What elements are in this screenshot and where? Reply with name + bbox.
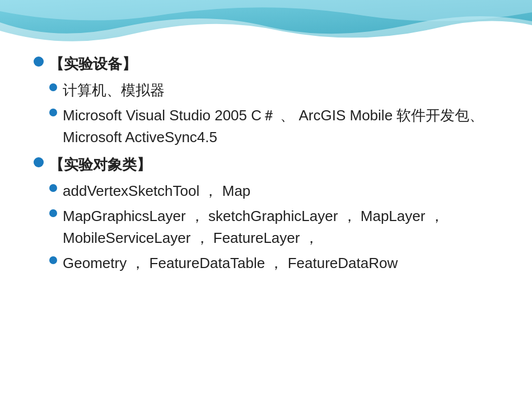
bullet-dot-1 <box>34 57 44 67</box>
section1-item-1: 计算机、模拟器 <box>49 79 510 101</box>
section2-title-item: 【实验对象类】 <box>34 154 510 176</box>
bullet-dot-small-4 <box>49 209 57 217</box>
section-objects: 【实验对象类】 addVertexSketchTool ， Map MapGra… <box>34 154 510 274</box>
section1-sub-list: 计算机、模拟器 Microsoft Visual Studio 2005 C＃ … <box>49 79 510 148</box>
bullet-dot-small-3 <box>49 184 57 192</box>
section-equipment: 【实验设备】 计算机、模拟器 Microsoft Visual Studio 2… <box>34 53 510 148</box>
section2-text-2: MapGraphicsLayer ， sketchGraphicLayer ， … <box>63 205 510 249</box>
bullet-dot-small-5 <box>49 256 57 264</box>
section1-title-item: 【实验设备】 <box>34 53 510 75</box>
bullet-dot-small-2 <box>49 109 57 116</box>
bullet-dot-2 <box>34 157 44 167</box>
section2-text-3: Geometry ， FeatureDataTable ， FeatureDat… <box>63 252 398 274</box>
section2-sub-list: addVertexSketchTool ， Map MapGraphicsLay… <box>49 180 510 274</box>
main-content: 【实验设备】 计算机、模拟器 Microsoft Visual Studio 2… <box>34 53 510 377</box>
section2-item-2: MapGraphicsLayer ， sketchGraphicLayer ， … <box>49 205 510 249</box>
section1-item-2: Microsoft Visual Studio 2005 C＃ 、 ArcGIS… <box>49 105 510 148</box>
bullet-dot-small-1 <box>49 83 57 91</box>
section2-text-1: addVertexSketchTool ， Map <box>63 180 250 202</box>
wave-header <box>0 0 532 50</box>
section1-text-2: Microsoft Visual Studio 2005 C＃ 、 ArcGIS… <box>63 105 510 148</box>
section2-item-3: Geometry ， FeatureDataTable ， FeatureDat… <box>49 252 510 274</box>
section1-text-1: 计算机、模拟器 <box>63 79 165 101</box>
section2-item-1: addVertexSketchTool ， Map <box>49 180 510 202</box>
section1-title: 【实验设备】 <box>49 53 137 75</box>
section2-title: 【实验对象类】 <box>49 154 151 176</box>
